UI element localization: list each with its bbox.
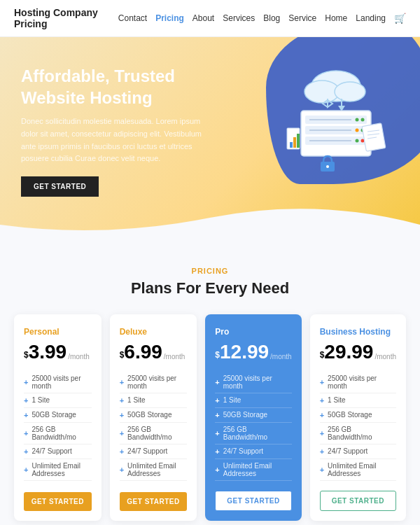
plan-amount: 3.99 — [29, 342, 67, 362]
plan-period: /month — [270, 353, 292, 360]
feature-item: 1 Site — [320, 393, 396, 408]
plan-price-row: $ 29.99 /month — [320, 342, 396, 362]
plan-period: /month — [374, 353, 396, 360]
svg-point-8 — [356, 118, 359, 122]
plan-name: Business Hosting — [320, 327, 396, 337]
feature-item: 50GB Storage — [120, 408, 188, 423]
hero-section: Affordable, Trusted Website Hosting Done… — [0, 37, 420, 239]
hero-image — [259, 51, 413, 191]
plan-cta-button[interactable]: GET STARTED — [320, 491, 396, 511]
plan-name: Pro — [215, 327, 291, 337]
nav-home[interactable]: Home — [325, 13, 347, 23]
svg-rect-19 — [362, 123, 386, 151]
navbar: Hosting Company Pricing Contact Pricing … — [0, 0, 420, 37]
svg-rect-24 — [290, 142, 293, 148]
feature-item: 1 Site — [24, 393, 92, 408]
nav-pricing[interactable]: Pricing — [155, 13, 184, 23]
svg-point-12 — [356, 139, 359, 143]
feature-item: 50GB Storage — [320, 408, 396, 423]
plan-price-row: $ 6.99 /month — [120, 342, 188, 362]
plan-amount: 12.99 — [220, 342, 269, 362]
feature-item: 50GB Storage — [24, 408, 92, 423]
feature-item: 24/7 Support — [215, 444, 291, 459]
feature-item: 256 GB Bandwidth/mo — [215, 423, 291, 444]
nav-contact[interactable]: Contact — [118, 13, 147, 23]
feature-item: 25000 visits per month — [320, 372, 396, 393]
feature-item: 256 GB Bandwidth/mo — [24, 423, 92, 444]
svg-rect-25 — [293, 137, 296, 148]
feature-item: 25000 visits per month — [24, 372, 92, 393]
plan-currency: $ — [24, 351, 29, 359]
hero-cta-button[interactable]: GET STARTED — [21, 176, 99, 197]
pricing-label: PRICING — [14, 267, 406, 275]
plan-name: Deluxe — [120, 327, 188, 337]
plan-card-deluxe: Deluxe $ 6.99 /month 25000 visits per mo… — [110, 314, 197, 521]
nav-landing[interactable]: Landing — [356, 13, 386, 23]
feature-item: 24/7 Support — [320, 444, 396, 459]
hero-description: Donec sollicitudin molestie malesuada. L… — [21, 115, 210, 164]
plan-features: 25000 visits per month1 Site50GB Storage… — [215, 372, 291, 481]
feature-item: Unlimited Email Addresses — [320, 459, 396, 481]
plan-card-pro: Pro $ 12.99 /month 25000 visits per mont… — [205, 314, 301, 521]
plan-currency: $ — [120, 351, 125, 359]
nav-links: Contact Pricing About Services Blog Serv… — [118, 13, 406, 24]
feature-item: 256 GB Bandwidth/mo — [120, 423, 188, 444]
svg-point-9 — [361, 118, 365, 122]
hero-title: Affordable, Trusted Website Hosting — [21, 65, 210, 108]
plan-card-personal: Personal $ 3.99 /month 25000 visits per … — [14, 314, 102, 521]
plan-features: 25000 visits per month1 Site50GB Storage… — [320, 372, 396, 481]
plans-grid: Personal $ 3.99 /month 25000 visits per … — [14, 314, 406, 521]
nav-about[interactable]: About — [192, 13, 214, 23]
feature-item: Unlimited Email Addresses — [120, 459, 188, 481]
plan-cta-button[interactable]: GET STARTED — [24, 492, 92, 511]
plan-amount: 29.99 — [324, 342, 373, 362]
cart-icon[interactable]: 🛒 — [394, 13, 406, 24]
feature-item: Unlimited Email Addresses — [24, 459, 92, 481]
plan-period: /month — [68, 353, 90, 360]
svg-point-2 — [335, 82, 365, 102]
feature-item: 24/7 Support — [24, 444, 92, 459]
nav-service[interactable]: Service — [288, 13, 316, 23]
pricing-title: Plans For Every Need — [14, 279, 406, 298]
nav-services[interactable]: Services — [223, 13, 255, 23]
feature-item: 25000 visits per month — [215, 372, 291, 393]
svg-point-18 — [326, 165, 329, 168]
plan-cta-button[interactable]: GET STARTED — [120, 492, 188, 511]
feature-item: 25000 visits per month — [120, 372, 188, 393]
plan-price-row: $ 12.99 /month — [215, 342, 291, 362]
plan-currency: $ — [320, 351, 325, 359]
pricing-section: PRICING Plans For Every Need Personal $ … — [0, 239, 420, 525]
feature-item: 256 GB Bandwidth/mo — [320, 423, 396, 444]
plan-features: 25000 visits per month1 Site50GB Storage… — [24, 372, 92, 482]
plan-period: /month — [164, 353, 186, 360]
svg-rect-26 — [297, 134, 300, 148]
plan-features: 25000 visits per month1 Site50GB Storage… — [120, 372, 188, 482]
plan-amount: 6.99 — [124, 342, 162, 362]
svg-point-10 — [356, 129, 359, 132]
brand-logo: Hosting Company Pricing — [14, 7, 118, 29]
feature-item: 50GB Storage — [215, 408, 291, 423]
feature-item: 1 Site — [120, 393, 188, 408]
plan-price-row: $ 3.99 /month — [24, 342, 92, 362]
hero-content: Affordable, Trusted Website Hosting Done… — [0, 37, 231, 239]
nav-blog[interactable]: Blog — [263, 13, 280, 23]
feature-item: 1 Site — [215, 393, 291, 408]
plan-card-business: Business Hosting $ 29.99 /month 25000 vi… — [310, 314, 406, 521]
feature-item: 24/7 Support — [120, 444, 188, 459]
hero-illustration — [218, 37, 420, 239]
plan-name: Personal — [24, 327, 92, 337]
feature-item: Unlimited Email Addresses — [215, 459, 291, 481]
plan-cta-button[interactable]: GET STARTED — [215, 491, 291, 511]
plan-currency: $ — [215, 351, 220, 359]
